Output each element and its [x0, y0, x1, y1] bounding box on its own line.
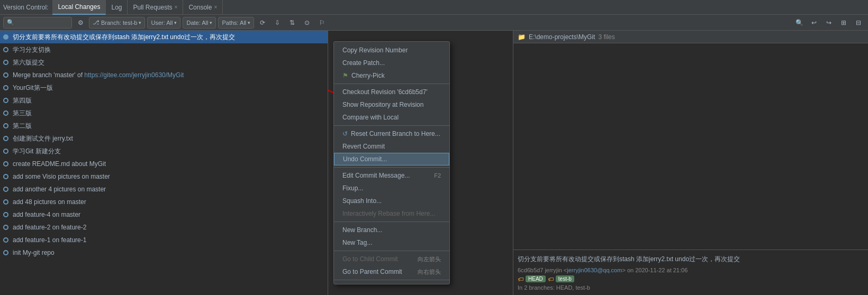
refresh-btn[interactable]: ⟳	[256, 17, 269, 29]
folder-icon: 📁	[518, 33, 526, 41]
menu-item-squash[interactable]: Squash Into...	[334, 195, 449, 207]
user-selector[interactable]: User: All ▾	[147, 17, 180, 29]
commit-author: jerryjin <jerryjin0630@qq.com>	[545, 267, 625, 273]
tab-console-close[interactable]: ×	[214, 4, 217, 10]
tag-icon: 🏷	[518, 276, 523, 282]
commit-row[interactable]: create README.md about MyGit	[0, 158, 328, 170]
menu-item-create-patch[interactable]: Create Patch...	[334, 57, 449, 69]
menu-item-copy-revision[interactable]: Copy Revision Number	[334, 44, 449, 57]
commit-link[interactable]: https://gitee.com/jerryjin0630/MyGit	[84, 71, 184, 79]
commit-dot	[3, 149, 8, 154]
tab-console[interactable]: Console ×	[183, 0, 223, 15]
bookmark-btn[interactable]: ⚐	[315, 17, 328, 29]
menu-item-label: Go to Child Commit	[342, 255, 398, 263]
find-btn[interactable]: 🔍	[793, 17, 806, 29]
split-btn[interactable]: ⊞	[837, 17, 850, 29]
commit-row[interactable]: 第二版	[0, 119, 328, 132]
menu-item-label: New Tag...	[342, 239, 372, 246]
menu-item-label: Edit Commit Message...	[342, 172, 410, 179]
search-input[interactable]	[14, 20, 68, 26]
branch-label: Branch: test-b	[101, 20, 137, 26]
menu-item-new-tag[interactable]: New Tag...	[334, 236, 449, 249]
push-pull-btn[interactable]: ⇅	[286, 17, 299, 29]
date-label: Date: All	[186, 20, 208, 26]
tab-log-label: Log	[111, 4, 122, 11]
menu-separator	[334, 222, 449, 222]
user-label: User: All	[151, 20, 173, 26]
commit-date: 2020-11-22 at 21:06	[635, 267, 688, 273]
menu-item-label: Interactively Rebase from Here...	[342, 210, 435, 217]
commit-message: 学习分支切换	[13, 45, 324, 54]
menu-item-checkout-revision[interactable]: Checkout Revision '6cd6b5d7'	[334, 86, 449, 98]
redo-btn[interactable]: ↪	[822, 17, 835, 29]
undo-btn[interactable]: ↩	[808, 17, 820, 29]
menu-separator	[334, 84, 449, 84]
search-btn2[interactable]: ⊙	[301, 17, 313, 29]
menu-item-label: Undo Commit...	[343, 155, 387, 163]
commit-row[interactable]: 第四版	[0, 94, 328, 107]
main-layout: 切分支前要将所有改动提交或保存到stash 添加jerry2.txt undo过…	[0, 31, 868, 295]
commit-row[interactable]: add feature-4 on master	[0, 208, 328, 221]
commit-message: add feature-2 on feature-2	[13, 224, 324, 231]
menu-item-edit-commit-msg[interactable]: Edit Commit Message...F2	[334, 169, 449, 182]
menu-item-reset-branch[interactable]: ↺Reset Current Branch to Here...	[334, 127, 449, 140]
commit-message: 创建测试文件 jerry.txt	[13, 134, 324, 143]
commit-row[interactable]: add feature-2 on feature-2	[0, 221, 328, 234]
commit-row[interactable]: 学习Git 新建分支	[0, 145, 328, 158]
commit-row[interactable]: 学习分支切换	[0, 43, 328, 56]
menu-item-revert-commit[interactable]: Revert Commit	[334, 140, 449, 153]
menu-item-show-repository[interactable]: Show Repository at Revision	[334, 98, 449, 111]
branch-selector[interactable]: ⎇ Branch: test-b ▾	[89, 17, 145, 29]
cherry-pick-icon: ⚑	[342, 72, 348, 79]
commit-row[interactable]: 第六版提交	[0, 56, 328, 69]
commit-email-link[interactable]: jerryjin0630@qq.com	[567, 267, 622, 273]
branch-icon: ⎇	[93, 19, 100, 26]
commit-message: 切分支前要将所有改动提交或保存到stash 添加jerry2.txt undo过…	[13, 33, 324, 42]
commit-dot	[3, 85, 8, 90]
date-selector[interactable]: Date: All ▾	[183, 17, 216, 29]
commit-row[interactable]: init My-git repo	[0, 246, 328, 259]
commit-detail: 切分支前要将所有改动提交或保存到stash 添加jerry2.txt undo过…	[513, 250, 868, 296]
tab-pull-requests[interactable]: Pull Requests ×	[128, 0, 183, 15]
menu-item-fixup[interactable]: Fixup...	[334, 182, 449, 195]
file-count: 3 files	[598, 33, 614, 41]
tab-bar: Version Control: Local Changes Log Pull …	[0, 0, 868, 15]
menu-item-compare-local[interactable]: Compare with Local	[334, 111, 449, 124]
commit-row[interactable]: 切分支前要将所有改动提交或保存到stash 添加jerry2.txt undo过…	[0, 31, 328, 43]
toolbar: 🔍 ⚙ ⎇ Branch: test-b ▾ User: All ▾ Date:…	[0, 15, 868, 31]
commit-row[interactable]: add some Visio pictures on master	[0, 170, 328, 183]
commit-row[interactable]: Merge branch 'master' of https://gitee.c…	[0, 69, 328, 81]
commit-row[interactable]: 第三版	[0, 107, 328, 119]
expand-btn[interactable]: ⊟	[852, 17, 865, 29]
tab-local-changes[interactable]: Local Changes	[52, 0, 106, 15]
menu-item-new-branch[interactable]: New Branch...	[334, 224, 449, 236]
commit-row[interactable]: add feature-1 on feature-1	[0, 234, 328, 246]
menu-item-undo-commit[interactable]: Undo Commit...	[334, 153, 449, 165]
branch-tags: 🏷 HEAD 🏷 test-b	[518, 275, 574, 282]
commit-row[interactable]: YourGit第一版	[0, 81, 328, 94]
menu-item-cherry-pick[interactable]: ⚑Cherry-Pick	[334, 69, 449, 82]
commit-message: 第三版	[13, 109, 324, 118]
commit-row[interactable]: add 48 pictures on master	[0, 196, 328, 208]
tab-pull-requests-close[interactable]: ×	[175, 4, 178, 10]
commit-dot	[3, 212, 8, 217]
commit-message: add feature-1 on feature-1	[13, 236, 324, 244]
paths-selector[interactable]: Paths: All ▾	[218, 17, 254, 29]
menu-item-go-to-parent[interactable]: Go to Parent Commit向右箭头	[334, 265, 449, 278]
commit-dot	[3, 98, 8, 103]
commit-row[interactable]: add another 4 pictures on master	[0, 183, 328, 196]
menu-item-go-to-child: Go to Child Commit向左箭头	[334, 253, 449, 265]
menu-item-label: Reset Current Branch to Here...	[351, 130, 440, 137]
settings-btn[interactable]: ⚙	[74, 17, 87, 29]
menu-item-label: Show Repository at Revision	[342, 101, 423, 108]
commit-row[interactable]: 创建测试文件 jerry.txt	[0, 132, 328, 145]
fetch-btn[interactable]: ⇩	[271, 17, 284, 29]
search-box[interactable]: 🔍	[3, 17, 72, 29]
branch-chevron: ▾	[139, 20, 141, 25]
commit-message: Merge branch 'master' of https://gitee.c…	[13, 71, 324, 79]
commit-branches: In 2 branches: HEAD, test-b	[518, 284, 864, 291]
commit-dot	[3, 34, 8, 40]
commit-message: YourGit第一版	[13, 84, 324, 93]
file-list	[513, 43, 868, 250]
tab-log[interactable]: Log	[106, 0, 128, 15]
